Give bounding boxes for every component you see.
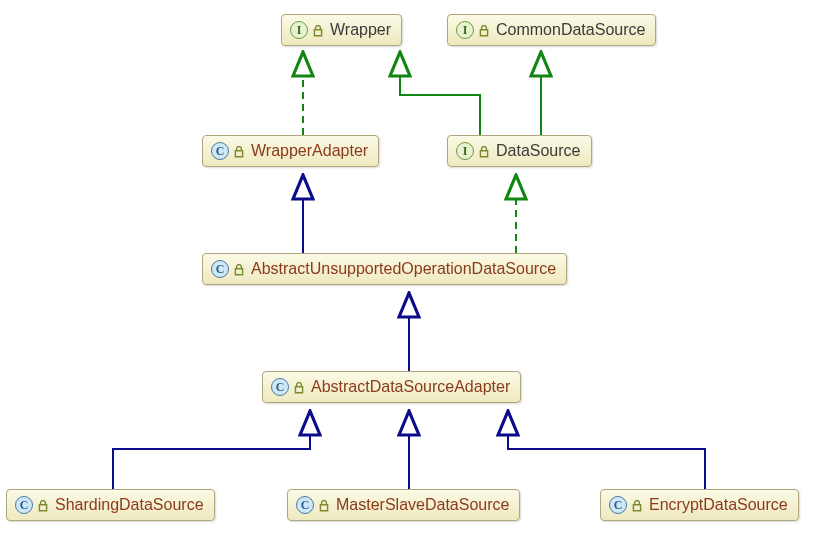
node-abstract-data-source-adapter[interactable]: C AbstractDataSourceAdapter bbox=[262, 371, 521, 403]
node-wrapper[interactable]: I Wrapper bbox=[281, 14, 402, 46]
node-label: Wrapper bbox=[330, 21, 391, 39]
class-icon: C bbox=[296, 496, 314, 514]
class-icon: C bbox=[609, 496, 627, 514]
node-label: DataSource bbox=[496, 142, 581, 160]
node-master-slave-data-source[interactable]: C MasterSlaveDataSource bbox=[287, 489, 520, 521]
lock-icon bbox=[233, 146, 245, 158]
node-label: CommonDataSource bbox=[496, 21, 645, 39]
class-icon: C bbox=[15, 496, 33, 514]
node-label: MasterSlaveDataSource bbox=[336, 496, 509, 514]
node-encrypt-data-source[interactable]: C EncryptDataSource bbox=[600, 489, 799, 521]
node-label: AbstractDataSourceAdapter bbox=[311, 378, 510, 396]
node-sharding-data-source[interactable]: C ShardingDataSource bbox=[6, 489, 215, 521]
class-icon: C bbox=[271, 378, 289, 396]
node-data-source[interactable]: I DataSource bbox=[447, 135, 592, 167]
node-label: AbstractUnsupportedOperationDataSource bbox=[251, 260, 556, 278]
interface-icon: I bbox=[456, 21, 474, 39]
lock-icon bbox=[631, 500, 643, 512]
lock-icon bbox=[233, 264, 245, 276]
lock-icon bbox=[293, 382, 305, 394]
node-wrapper-adapter[interactable]: C WrapperAdapter bbox=[202, 135, 379, 167]
node-common-data-source[interactable]: I CommonDataSource bbox=[447, 14, 656, 46]
lock-icon bbox=[318, 500, 330, 512]
class-icon: C bbox=[211, 260, 229, 278]
lock-icon bbox=[37, 500, 49, 512]
interface-icon: I bbox=[456, 142, 474, 160]
lock-icon bbox=[478, 146, 490, 158]
interface-icon: I bbox=[290, 21, 308, 39]
node-label: ShardingDataSource bbox=[55, 496, 204, 514]
class-icon: C bbox=[211, 142, 229, 160]
node-label: EncryptDataSource bbox=[649, 496, 788, 514]
lock-icon bbox=[312, 25, 324, 37]
lock-icon bbox=[478, 25, 490, 37]
node-label: WrapperAdapter bbox=[251, 142, 368, 160]
node-abstract-unsupported-operation-data-source[interactable]: C AbstractUnsupportedOperationDataSource bbox=[202, 253, 567, 285]
